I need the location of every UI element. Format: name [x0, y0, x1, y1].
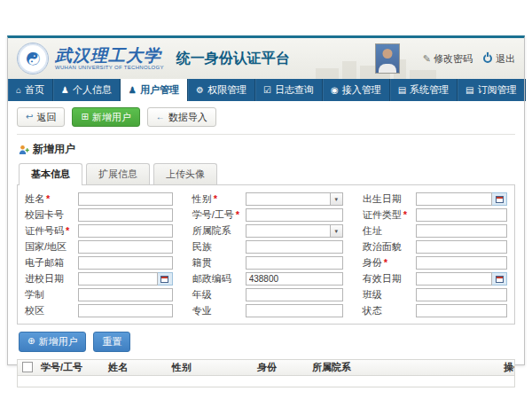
- input-field[interactable]: [246, 272, 343, 286]
- nav-item-label: 权限管理: [207, 83, 246, 97]
- nav-item-4[interactable]: ☑日志查询: [255, 79, 323, 101]
- logo-swirl-icon: ☯: [21, 48, 44, 70]
- input-field[interactable]: [416, 304, 507, 317]
- table-column-header-3: 身份: [254, 361, 309, 374]
- change-password-link[interactable]: ✎ 修改密码: [423, 52, 473, 66]
- form-field-r7c1: 专业: [192, 304, 343, 317]
- field-label: 身份*: [363, 256, 416, 270]
- nav-item-7[interactable]: ▤订阅管理: [458, 79, 525, 101]
- form-tab-1[interactable]: 扩展信息: [86, 163, 150, 184]
- form-field-r5c0: 进校日期: [25, 272, 173, 286]
- input-field[interactable]: [416, 256, 507, 270]
- profile-icon: ♟: [61, 86, 69, 95]
- nav-item-label: 订阅管理: [478, 83, 517, 97]
- subscribe-icon: ▤: [466, 86, 473, 95]
- input-field[interactable]: [416, 208, 507, 222]
- reset-button[interactable]: 重置: [93, 332, 130, 351]
- content-area: ↩ 返回 ⊞ 新增用户 ← 数据导入 新增用户 基本信息扩展信息上传头像 姓名*…: [8, 101, 524, 387]
- calendar-icon[interactable]: [492, 192, 507, 206]
- logout-link[interactable]: 退出: [483, 52, 515, 66]
- required-asterisk: *: [384, 257, 387, 268]
- input-field[interactable]: [78, 256, 173, 270]
- input-field[interactable]: [416, 272, 492, 286]
- field-label: 姓名*: [25, 192, 78, 206]
- form-field-r1c0: 校园卡号: [25, 208, 173, 222]
- add-user-toolbar-button[interactable]: ⊞ 新增用户: [72, 107, 139, 127]
- permission-icon: ⚙: [196, 86, 204, 95]
- field-label: 证件类型*: [363, 208, 416, 222]
- form-field-r3c1: 民族: [192, 240, 343, 254]
- chevron-down-icon[interactable]: ▾: [331, 224, 343, 238]
- nav-item-3[interactable]: ⚙权限管理: [188, 79, 255, 101]
- logout-label: 退出: [496, 52, 515, 66]
- nav-item-2[interactable]: ♟用户管理: [121, 79, 188, 101]
- input-field[interactable]: [78, 288, 173, 301]
- nav-item-0[interactable]: ⌂首页: [8, 79, 53, 101]
- text-control: [416, 288, 507, 301]
- field-label: 校区: [25, 304, 78, 317]
- chevron-down-icon[interactable]: ▾: [331, 192, 343, 206]
- nav-item-5[interactable]: ◉接入管理: [323, 79, 390, 101]
- submit-add-user-button[interactable]: ⊕ 新增用户: [19, 332, 86, 351]
- university-name-en: WUHAN UNIVERSITY OF TECHNOLOGY: [55, 65, 164, 70]
- input-field[interactable]: [78, 208, 173, 222]
- submit-add-user-label: 新增用户: [38, 335, 77, 348]
- text-control: [78, 192, 173, 206]
- text-control: [78, 208, 173, 222]
- form-field-r7c0: 校区: [25, 304, 173, 317]
- calendar-icon[interactable]: [492, 272, 507, 286]
- nav-item-1[interactable]: ♟个人信息: [53, 79, 121, 101]
- required-asterisk: *: [236, 209, 239, 220]
- field-label: 校园卡号: [25, 208, 78, 222]
- form-tab-2[interactable]: 上传头像: [153, 163, 217, 184]
- date-control: [78, 272, 173, 286]
- import-arrow-icon: ←: [156, 113, 165, 121]
- form-field-r0c0: 姓名*: [25, 192, 173, 206]
- form-field-r4c1: 籍贯: [192, 256, 343, 270]
- text-control: [246, 256, 343, 270]
- input-field[interactable]: [78, 272, 158, 286]
- table-header-row: 学号/工号姓名性别身份所属院系操作: [17, 359, 515, 376]
- input-field[interactable]: [78, 304, 173, 317]
- field-label: 性别*: [192, 192, 246, 206]
- input-field[interactable]: [246, 192, 331, 206]
- user-avatar[interactable]: [375, 43, 400, 74]
- access-icon: ◉: [331, 86, 339, 95]
- input-field[interactable]: [246, 288, 343, 301]
- field-label: 进校日期: [25, 272, 78, 286]
- input-field[interactable]: [246, 240, 343, 254]
- input-field[interactable]: [416, 224, 507, 238]
- field-label: 政治面貌: [363, 240, 416, 254]
- field-label: 学制: [25, 288, 78, 301]
- nav-item-6[interactable]: ▤系统管理: [390, 79, 458, 101]
- back-button[interactable]: ↩ 返回: [17, 107, 65, 127]
- input-field[interactable]: [246, 208, 343, 222]
- input-field[interactable]: [246, 224, 331, 238]
- table-empty-body: [17, 376, 515, 387]
- input-field[interactable]: [246, 256, 343, 270]
- select-all-checkbox[interactable]: [22, 362, 33, 372]
- field-label: 学号/工号*: [192, 208, 246, 222]
- input-field[interactable]: [246, 304, 343, 317]
- select-control: ▾: [246, 192, 343, 206]
- form-field-r3c0: 国家/地区: [25, 240, 173, 254]
- input-field[interactable]: [416, 288, 507, 301]
- data-import-button[interactable]: ← 数据导入: [147, 107, 216, 127]
- form-tab-0[interactable]: 基本信息: [19, 163, 82, 185]
- power-icon: [483, 54, 492, 63]
- input-field[interactable]: [416, 192, 492, 206]
- calendar-icon[interactable]: [158, 272, 173, 286]
- input-field[interactable]: [78, 192, 173, 206]
- form-tabs: 基本信息扩展信息上传头像: [19, 163, 515, 184]
- input-field[interactable]: [78, 240, 173, 254]
- input-field[interactable]: [416, 240, 507, 254]
- form-field-r3c2: 政治面貌: [363, 240, 507, 254]
- required-asterisk: *: [214, 193, 217, 204]
- date-control: [416, 192, 507, 206]
- text-control: [416, 304, 507, 317]
- change-password-label: 修改密码: [434, 52, 473, 66]
- text-control: [416, 224, 507, 238]
- input-field[interactable]: [78, 224, 173, 238]
- text-control: [246, 272, 343, 286]
- form-field-r0c1: 性别*▾: [192, 192, 343, 206]
